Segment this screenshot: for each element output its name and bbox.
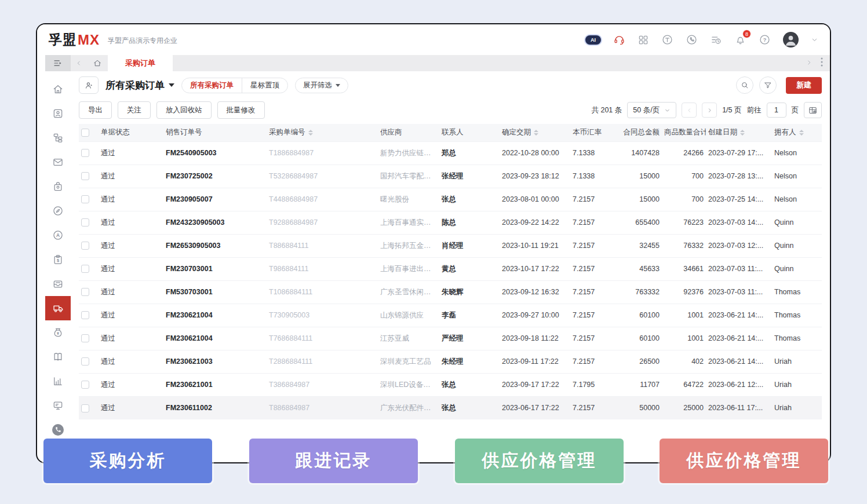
col-supplier[interactable]: 供应商	[378, 124, 439, 141]
table-row[interactable]: 通过 FM230905007 T44886884987 曙光股份 张总 2023…	[79, 188, 822, 211]
filter-all-orders[interactable]: 所有采购订单	[182, 78, 242, 93]
cell-sales-no[interactable]: FM230905007	[163, 188, 267, 211]
prev-page-button[interactable]	[682, 103, 697, 118]
expand-filters-button[interactable]: 展开筛选	[295, 78, 348, 93]
table-row[interactable]: 通过 FM230703001 T986884111 上海百事进出口有... 黄总…	[79, 257, 822, 280]
overlay-purchase-analysis-button[interactable]: 采购分析	[43, 439, 212, 483]
search-icon[interactable]	[736, 76, 753, 94]
row-checkbox[interactable]	[81, 288, 89, 296]
next-page-button[interactable]	[702, 103, 717, 118]
batch-edit-button[interactable]: 批量修改	[217, 101, 265, 119]
page-size-select[interactable]: 50 条/页	[627, 102, 676, 118]
cell-sales-no[interactable]: FM230621004	[163, 304, 267, 327]
sidebar-item-expenses-bag[interactable]: ¥	[45, 320, 71, 345]
overlay-supply-price-button-2[interactable]: 供应价格管理	[660, 439, 828, 483]
row-checkbox[interactable]	[81, 265, 89, 273]
column-settings-icon[interactable]	[804, 102, 822, 118]
new-button[interactable]: 新建	[786, 77, 822, 94]
sidebar-item-compass[interactable]	[45, 199, 71, 223]
row-checkbox[interactable]	[81, 381, 89, 389]
ai-assistant-icon[interactable]: AI	[585, 35, 601, 45]
sidebar-item-workbench-monitor[interactable]	[45, 393, 71, 418]
cell-sales-no[interactable]: FM230725002	[163, 165, 267, 188]
sidebar-item-home[interactable]	[45, 77, 71, 101]
tab-purchase-orders[interactable]: 采购订单	[108, 55, 173, 71]
phone-icon[interactable]	[686, 34, 698, 46]
cell-sales-no[interactable]: FM230621001	[163, 373, 267, 396]
table-row[interactable]: 通过 FM243230905003 T92886884987 上海百事通实业有.…	[79, 211, 822, 234]
recycle-button[interactable]: 放入回收站	[156, 101, 212, 119]
apps-grid-icon[interactable]	[638, 34, 649, 46]
table-row[interactable]: 通过 FM230621003 T2886884111 深圳麦克工艺品 朱经理 2…	[79, 350, 822, 373]
col-status[interactable]: 单据状态	[99, 124, 163, 141]
row-checkbox[interactable]	[81, 357, 89, 366]
goto-page-input[interactable]	[767, 103, 786, 118]
row-checkbox[interactable]	[81, 334, 89, 342]
tab-home-icon[interactable]	[87, 55, 108, 71]
row-checkbox[interactable]	[81, 218, 89, 227]
table-row[interactable]: 通过 FM230621004 T7686884111 江苏亚威 严经理 2023…	[79, 327, 822, 350]
notifications-icon[interactable]: 8	[734, 34, 746, 46]
sidebar-item-contacts[interactable]	[45, 101, 71, 126]
user-avatar[interactable]	[783, 32, 799, 48]
row-checkbox[interactable]	[81, 404, 89, 412]
cell-sales-no[interactable]: FM530703001	[163, 280, 267, 304]
overlay-supply-price-button-1[interactable]: 供应价格管理	[455, 439, 624, 483]
table-row[interactable]: 通过 FM230621001 T386884987 深圳LED设备有限... 张…	[79, 373, 822, 396]
cell-sales-no[interactable]: FM26530905003	[163, 234, 267, 257]
export-button[interactable]: 导出	[79, 101, 112, 119]
select-all-checkbox[interactable]	[81, 129, 89, 137]
col-owner[interactable]: 拥有人	[772, 124, 822, 141]
sidebar-item-marketing[interactable]: A	[45, 223, 71, 247]
cell-sales-no[interactable]: FM243230905003	[163, 211, 267, 234]
row-checkbox[interactable]	[81, 172, 89, 180]
row-checkbox[interactable]	[81, 195, 89, 203]
col-sales-no[interactable]: 销售订单号	[163, 124, 267, 141]
col-contact[interactable]: 联系人	[439, 124, 500, 141]
table-row[interactable]: 通过 FM230725002 T53286884987 国邦汽车零配件有... …	[79, 165, 822, 188]
funnel-filter-icon[interactable]	[759, 76, 777, 94]
chevron-down-icon[interactable]	[811, 36, 818, 43]
sidebar-item-purchase-truck[interactable]	[45, 296, 71, 320]
sidebar-item-ledger-book[interactable]	[45, 345, 71, 369]
row-checkbox[interactable]	[81, 242, 89, 250]
col-purchase-no[interactable]: 采购单编号	[267, 124, 378, 141]
tab-more-icon[interactable]	[821, 57, 823, 69]
cell-sales-no[interactable]: FM230611002	[163, 396, 267, 419]
view-selector[interactable]: 所有采购订单	[105, 79, 174, 92]
cell-sales-no[interactable]: FM2540905003	[163, 141, 267, 165]
tab-back-icon[interactable]	[71, 55, 87, 71]
table-row[interactable]: 通过 FM2540905003 T1886884987 新势力供应链公司 郑总 …	[79, 141, 822, 165]
task-history-icon[interactable]	[710, 34, 722, 46]
help-icon[interactable]: ?	[759, 34, 771, 46]
row-checkbox[interactable]	[81, 149, 89, 157]
table-row[interactable]: 通过 FM26530905003 T886884111 上海拓邦五金配件... …	[79, 234, 822, 257]
tab-forward-icon[interactable]	[806, 58, 813, 68]
cell-created: 2023-07-03 14:...	[706, 211, 772, 234]
col-created[interactable]: 创建日期	[706, 124, 772, 141]
col-rate[interactable]: 本币汇率	[570, 124, 617, 141]
filter-starred[interactable]: 星标置顶	[242, 78, 287, 93]
cell-sales-no[interactable]: FM230621004	[163, 327, 267, 350]
row-checkbox[interactable]	[81, 311, 89, 319]
sidebar-item-mail[interactable]	[45, 150, 71, 174]
table-row[interactable]: 通过 FM530703001 T1086884111 广东圣雪休闲用品... 朱…	[79, 280, 822, 304]
col-amount[interactable]: 合同总金额	[617, 124, 662, 141]
headset-icon[interactable]	[613, 34, 625, 46]
cell-sales-no[interactable]: FM230621003	[163, 350, 267, 373]
sidebar-item-org-structure[interactable]	[45, 126, 71, 150]
col-delivery[interactable]: 确定交期	[500, 124, 570, 141]
sidebar-item-finance-doc[interactable]: $	[45, 247, 71, 272]
message-t-icon[interactable]	[661, 34, 673, 46]
sidebar-item-orders-tray[interactable]	[45, 272, 71, 296]
cell-sales-no[interactable]: FM230703001	[163, 257, 267, 280]
sidebar-item-products[interactable]	[45, 174, 71, 199]
owner-filter-button[interactable]	[79, 76, 99, 94]
follow-button[interactable]: 关注	[118, 101, 151, 119]
table-row[interactable]: 通过 FM230621004 T730905003 山东锦源供应 李磊 2023…	[79, 304, 822, 327]
overlay-follow-records-button[interactable]: 跟进记录	[249, 439, 418, 483]
collapse-menu-icon[interactable]	[45, 55, 71, 71]
col-qty[interactable]: 商品数量合计	[662, 124, 706, 141]
table-row[interactable]: 通过 FM230611002 T886884987 广东光伏配件有限... 张总…	[79, 396, 822, 419]
sidebar-item-reports-chart[interactable]	[45, 369, 71, 393]
